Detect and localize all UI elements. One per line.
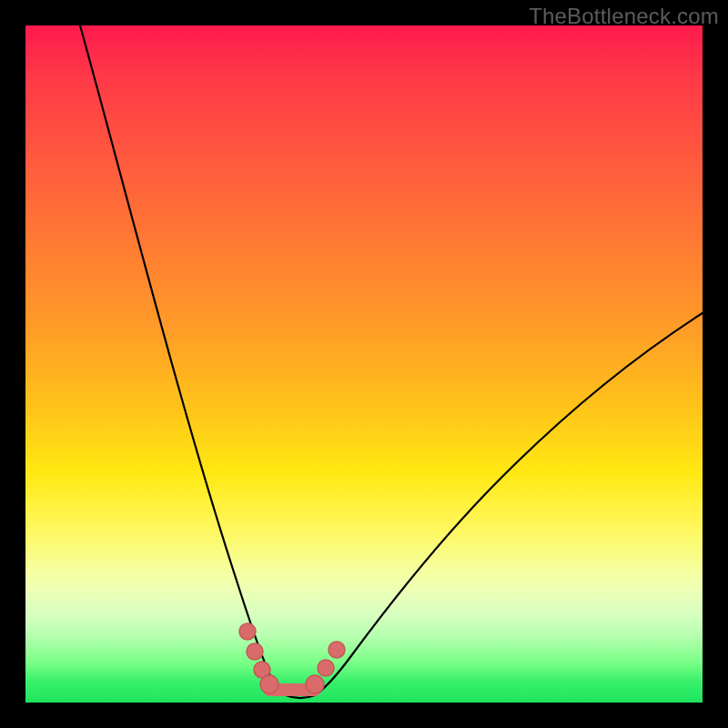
marker-dot (306, 675, 324, 693)
chart-stage: TheBottleneck.com (0, 0, 728, 728)
curve-left-branch (80, 25, 286, 695)
watermark-text: TheBottleneck.com (529, 4, 719, 29)
marker-dot (239, 623, 256, 640)
curve-right-branch (315, 313, 703, 695)
marker-dot (247, 643, 263, 660)
marker-dot (318, 660, 334, 676)
chart-overlay (25, 25, 703, 703)
marker-dot (260, 675, 278, 693)
marker-dot (329, 642, 345, 658)
